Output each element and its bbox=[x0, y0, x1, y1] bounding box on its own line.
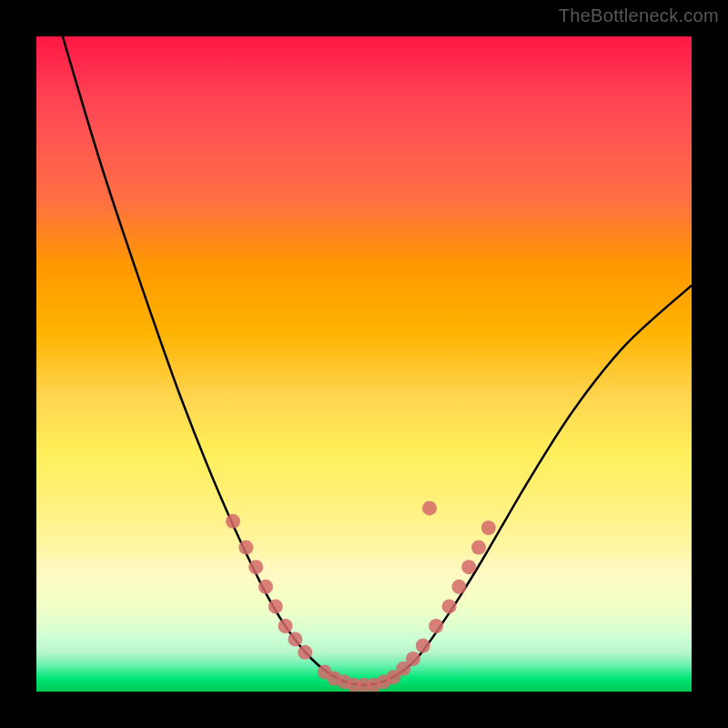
curve-path bbox=[63, 36, 692, 685]
data-point bbox=[481, 521, 496, 535]
watermark-text: TheBottleneck.com bbox=[559, 5, 719, 26]
data-point bbox=[471, 541, 486, 555]
data-point bbox=[461, 560, 476, 574]
data-point bbox=[451, 580, 466, 594]
data-point bbox=[226, 514, 240, 529]
data-point bbox=[238, 541, 253, 555]
data-markers bbox=[226, 500, 496, 692]
data-point bbox=[442, 599, 457, 613]
chart-container: TheBottleneck.com bbox=[0, 0, 728, 728]
bottleneck-curve bbox=[63, 36, 692, 685]
data-point bbox=[429, 619, 443, 633]
chart-svg bbox=[36, 36, 692, 692]
plot-area bbox=[36, 36, 692, 692]
data-point bbox=[406, 652, 420, 666]
data-point bbox=[422, 500, 437, 515]
data-point bbox=[248, 560, 263, 574]
data-point bbox=[278, 619, 293, 633]
data-point bbox=[416, 639, 430, 653]
data-point bbox=[258, 580, 273, 594]
data-point bbox=[298, 645, 312, 660]
data-point bbox=[268, 599, 283, 613]
data-point bbox=[288, 632, 302, 646]
